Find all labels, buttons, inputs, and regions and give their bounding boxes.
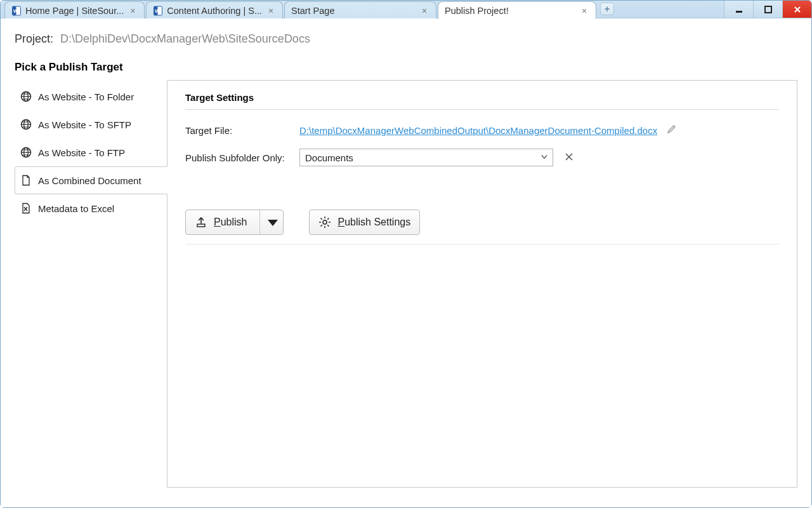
target-settings-heading: Target Settings — [185, 92, 779, 110]
window-close-button[interactable] — [782, 1, 811, 18]
svg-line-38 — [328, 225, 329, 226]
add-tab-button[interactable]: + — [600, 3, 614, 15]
target-as-website-sftp[interactable]: As Website - To SFTP — [15, 110, 167, 138]
tab-close-icon[interactable]: × — [579, 6, 589, 16]
svg-rect-29 — [197, 224, 205, 227]
upload-icon — [195, 216, 207, 229]
svg-text:W: W — [155, 8, 160, 14]
target-as-website-folder[interactable]: As Website - To Folder — [15, 83, 167, 110]
publish-subfolder-row: Publish Subfolder Only: Documents — [185, 149, 779, 166]
dropdown-value: Documents — [305, 152, 353, 163]
tab-publish-project[interactable]: Publish Project! × — [438, 1, 596, 19]
target-label: As Website - To FTP — [38, 147, 125, 158]
publish-settings-button[interactable]: Publish Settings — [309, 210, 420, 235]
tab-label: Home Page | SiteSour... — [25, 6, 124, 16]
document-icon — [20, 175, 32, 186]
svg-marker-31 — [268, 220, 278, 226]
globe-icon — [20, 147, 32, 158]
target-label: As Combined Document — [38, 175, 141, 186]
project-path: D:\DelphiDev\DocxManagerWeb\SiteSourceDo… — [60, 32, 310, 45]
svg-text:W: W — [13, 8, 18, 14]
minimize-icon — [735, 5, 743, 14]
tab-label: Content Authoring | S... — [167, 6, 262, 16]
close-icon — [793, 5, 802, 14]
chevron-down-icon — [540, 152, 549, 163]
titlebar: W Home Page | SiteSour... × W Content Au… — [1, 1, 811, 18]
gear-icon — [318, 216, 331, 229]
close-icon — [565, 152, 573, 161]
tab-close-icon[interactable]: × — [266, 6, 276, 16]
target-metadata-to-excel[interactable]: Metadata to Excel — [15, 194, 167, 222]
globe-icon — [20, 119, 32, 130]
tab-close-icon[interactable]: × — [128, 6, 138, 16]
excel-document-icon — [20, 203, 32, 214]
svg-point-32 — [323, 220, 327, 224]
project-label: Project: — [15, 32, 53, 45]
svg-rect-6 — [736, 11, 742, 13]
tab-content-authoring[interactable]: W Content Authoring | S... × — [146, 1, 283, 19]
button-label: Publish Settings — [337, 217, 410, 228]
globe-icon — [20, 91, 32, 102]
window-controls — [724, 1, 811, 18]
maximize-icon — [764, 5, 773, 14]
publish-subfolder-label: Publish Subfolder Only: — [185, 152, 299, 163]
chevron-down-icon — [266, 216, 279, 229]
svg-line-40 — [321, 225, 322, 226]
publish-button[interactable]: Publish — [185, 210, 284, 235]
target-label: As Website - To Folder — [38, 91, 134, 102]
target-file-label: Target File: — [185, 125, 299, 136]
window-maximize-button[interactable] — [753, 1, 782, 18]
target-as-combined-document[interactable]: As Combined Document — [15, 166, 167, 194]
tab-start-page[interactable]: Start Page × — [284, 1, 436, 19]
tab-home-page[interactable]: W Home Page | SiteSour... × — [4, 1, 145, 19]
edit-target-file-button[interactable] — [666, 124, 678, 137]
pencil-icon — [666, 124, 678, 135]
target-label: As Website - To SFTP — [38, 119, 131, 130]
svg-line-39 — [328, 218, 329, 220]
svg-rect-7 — [765, 6, 771, 13]
clear-subfolder-button[interactable] — [565, 152, 573, 163]
target-settings-panel: Target Settings Target File: D:\temp\Doc… — [167, 80, 797, 488]
tab-label: Start Page — [291, 6, 416, 16]
window-minimize-button[interactable] — [724, 1, 753, 18]
target-file-link[interactable]: D:\temp\DocxManagerWebCombinedOutput\Doc… — [299, 125, 657, 136]
target-file-row: Target File: D:\temp\DocxManagerWebCombi… — [185, 124, 779, 137]
word-document-icon: W — [11, 6, 22, 16]
project-line: Project: D:\DelphiDev\DocxManagerWeb\Sit… — [15, 32, 797, 46]
target-as-website-ftp[interactable]: As Website - To FTP — [15, 138, 167, 166]
publish-target-list: As Website - To Folder As Website - To S… — [15, 80, 167, 488]
tab-label: Publish Project! — [445, 6, 575, 16]
button-label: Publish — [214, 217, 247, 228]
tab-close-icon[interactable]: × — [419, 6, 429, 16]
publish-subfolder-dropdown[interactable]: Documents — [299, 149, 553, 166]
publish-split-dropdown[interactable] — [259, 210, 279, 234]
word-document-icon: W — [153, 6, 163, 16]
target-label: Metadata to Excel — [38, 203, 114, 214]
pick-publish-target-heading: Pick a Publish Target — [15, 61, 797, 74]
svg-line-37 — [321, 218, 322, 220]
